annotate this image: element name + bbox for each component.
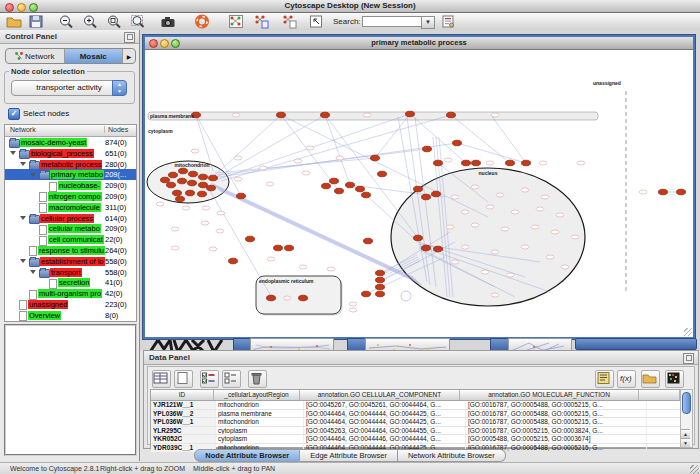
graph-node[interactable] [434, 246, 443, 252]
tree-row[interactable]: cellular metabo209(0) [5, 223, 136, 234]
graph-node[interactable] [522, 160, 531, 166]
search-input[interactable] [362, 16, 424, 27]
tree-row[interactable]: transport558(0) [5, 267, 136, 278]
graph-node[interactable] [299, 295, 308, 301]
graph-node[interactable] [199, 182, 208, 188]
tree-row[interactable]: nucleobase-209(0) [5, 180, 136, 191]
table-cell[interactable]: [GO:0016787, GO:0005488, GO:0005215, G..… [466, 410, 647, 418]
tree-row[interactable]: nitrogen compo209(0) [5, 191, 136, 202]
table-cell[interactable]: [GO:0016787, GO:0005488, GO:0005215, G..… [466, 418, 647, 426]
zoom-selected-icon[interactable] [106, 14, 122, 29]
tree-row[interactable]: multi-organism pro42(0) [5, 288, 136, 299]
graph-node[interactable] [447, 112, 456, 118]
graph-node[interactable] [376, 284, 385, 290]
graph-node[interactable] [376, 277, 385, 283]
unselect-attributes-icon[interactable] [222, 370, 241, 388]
attribute-table-icon[interactable] [152, 370, 171, 388]
table-cell[interactable]: YPL036W__2 [151, 410, 216, 418]
graph-node[interactable] [176, 196, 185, 202]
graph-node[interactable] [199, 174, 208, 180]
table-cell[interactable]: YKR052C [151, 435, 216, 443]
table-cell[interactable]: [GO:0045267, GO:0045261, GO:0044464, G..… [304, 401, 466, 409]
table-column-header[interactable]: _cellularLayoutRegion [214, 390, 300, 400]
tree-row[interactable]: cellular process614(0) [5, 213, 136, 224]
function-builder-icon[interactable]: f(x) [617, 370, 636, 388]
graph-node[interactable] [330, 178, 339, 184]
snapshot-icon[interactable] [160, 14, 176, 29]
table-column-header[interactable]: annotation.GO MOLECULAR_FUNCTION [460, 390, 639, 400]
window-resize-grip-icon[interactable] [684, 328, 692, 336]
tree-row[interactable]: secretion41(0) [5, 277, 136, 288]
tab-edge-attribute-browser[interactable]: Edge Attribute Browser [300, 449, 398, 462]
table-row[interactable]: YPL036W__2plasma membrane[GO:0044464, GO… [151, 410, 680, 419]
table-cell[interactable]: mitochondrion [216, 418, 304, 426]
disclosure-arrow-icon[interactable] [20, 259, 26, 263]
network-canvas[interactable]: plasma membranecytoplasmmitochondrionnuc… [145, 50, 693, 337]
table-cell[interactable]: YJR121W__1 [151, 401, 216, 409]
graph-node[interactable] [267, 295, 276, 301]
graph-node[interactable] [237, 193, 246, 199]
annotation-icon[interactable] [308, 14, 324, 29]
birdseye-view[interactable] [4, 324, 137, 456]
table-row[interactable]: YJR121W__1mitochondrion[GO:0045267, GO:0… [151, 401, 680, 410]
delete-attribute-icon[interactable] [248, 370, 267, 388]
graph-node[interactable] [173, 190, 182, 196]
select-neighbors-icon[interactable] [254, 14, 270, 29]
node-color-select[interactable]: transporter activity ▲▼ [11, 80, 127, 96]
table-cell[interactable]: cytoplasm [216, 435, 304, 443]
table-cell[interactable]: [GO:0016787, GO:0005488, GO:0005215, G..… [466, 401, 647, 409]
graph-node[interactable] [285, 245, 294, 251]
table-cell[interactable]: [GO:0044464, GO:0044444, GO:0044425, G..… [304, 418, 466, 426]
graph-node[interactable] [659, 189, 668, 195]
graph-node[interactable] [321, 112, 330, 118]
scroll-down-icon[interactable]: ▼ [681, 438, 690, 447]
table-row[interactable]: YKR052Ccytoplasm[GO:0044464, GO:0044446,… [151, 435, 680, 444]
graph-node[interactable] [229, 258, 238, 264]
scrollbar-thumb[interactable] [682, 392, 691, 414]
app-resize-grip-icon[interactable] [690, 465, 699, 474]
tree-row[interactable]: primary metabo209(... [5, 169, 136, 180]
graph-node[interactable] [453, 140, 462, 146]
attribute-table[interactable]: ID_cellularLayoutRegionannotation.GO CEL… [150, 389, 681, 448]
graph-node[interactable] [462, 160, 471, 166]
graph-node[interactable] [186, 190, 195, 196]
graph-node[interactable] [423, 146, 432, 152]
graph-node[interactable] [356, 186, 365, 192]
table-cell[interactable]: [GO:0045263, GO:0044464, GO:0044455, G..… [304, 427, 466, 435]
graph-node[interactable] [376, 291, 385, 297]
copy-network-icon[interactable] [282, 14, 298, 29]
graph-node[interactable] [406, 111, 415, 117]
table-scrollbar[interactable]: ▲ ▼ [680, 389, 693, 448]
tree-row[interactable]: biological_process651(0) [5, 148, 136, 159]
disclosure-arrow-icon[interactable] [20, 162, 26, 166]
graph-node[interactable] [246, 236, 255, 242]
graph-node[interactable] [364, 238, 373, 244]
graph-node[interactable] [422, 245, 431, 251]
graph-node[interactable] [207, 185, 216, 191]
table-row[interactable]: YLR295Ccytoplasm[GO:0045263, GO:0044464,… [151, 427, 680, 436]
table-cell[interactable]: YLR295C [151, 427, 216, 435]
network-window[interactable]: primary metabolic process plasma membran… [143, 35, 695, 339]
scroll-up-icon[interactable]: ▲ [681, 429, 690, 438]
open-file-icon[interactable] [6, 14, 22, 29]
zoom-in-icon[interactable] [82, 14, 98, 29]
table-cell[interactable]: [GO:0044464, GO:0044446, GO:0044444, G..… [304, 435, 466, 443]
select-nodes-checkbox[interactable]: ✓ [8, 108, 20, 120]
tab-network[interactable]: Network [6, 49, 65, 63]
graph-node[interactable] [362, 291, 371, 297]
graph-node[interactable] [371, 155, 380, 161]
table-cell[interactable]: [GO:0016787, GO:0005215, GO:0003824, G..… [466, 427, 647, 435]
attribute-editor-icon[interactable] [595, 370, 614, 388]
tree-row[interactable]: mosaic-demo-yeast874(0) [5, 137, 136, 148]
graph-node[interactable] [677, 189, 686, 195]
table-column-header[interactable]: annotation.GO CELLULAR_COMPONENT [300, 390, 460, 400]
graph-node[interactable] [335, 188, 344, 194]
help-icon[interactable] [194, 14, 210, 29]
search-dropdown-arrow[interactable]: ▼ [421, 16, 435, 29]
table-cell[interactable]: plasma membrane [216, 410, 304, 418]
disclosure-arrow-icon[interactable] [20, 216, 26, 220]
tree-row[interactable]: response to stimulu264(0) [5, 245, 136, 256]
graph-node[interactable] [376, 270, 385, 276]
tab-overflow-arrow-icon[interactable]: ▶ [123, 49, 135, 63]
region-plasma-membrane[interactable] [148, 112, 598, 120]
